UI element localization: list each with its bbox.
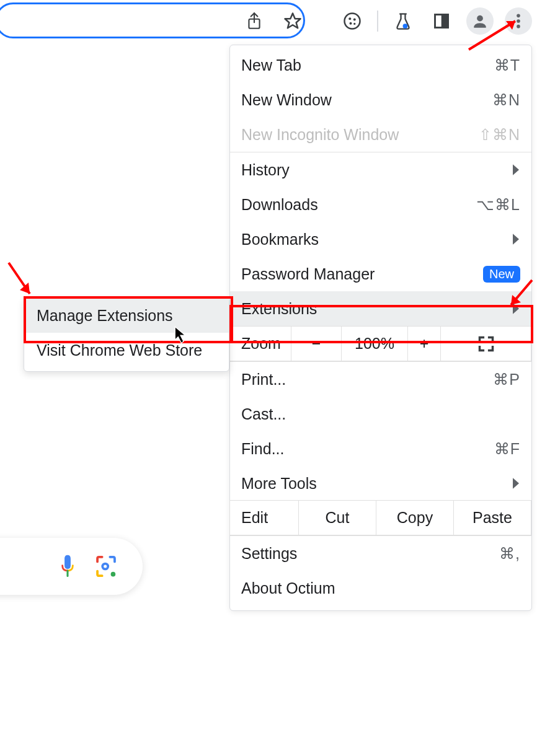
menu-print[interactable]: Print... ⌘P (230, 362, 531, 397)
profile-icon[interactable] (466, 7, 494, 35)
svg-marker-17 (513, 303, 519, 314)
svg-marker-16 (513, 234, 519, 245)
edit-label: Edit (229, 500, 299, 535)
svg-point-21 (104, 565, 107, 568)
menu-zoom-row: Zoom − 100% + (230, 327, 531, 361)
extensions-submenu: Manage Extensions Visit Chrome Web Store (24, 297, 229, 372)
menu-history[interactable]: History (230, 152, 531, 187)
shortcut: ⌘P (493, 371, 520, 389)
menu-label: Cast... (241, 405, 286, 423)
shortcut: ⌘F (494, 440, 520, 458)
svg-point-6 (353, 23, 355, 25)
svg-point-14 (517, 25, 520, 29)
menu-label: About Octium (241, 579, 335, 597)
paste-button[interactable]: Paste (453, 500, 531, 535)
panel-icon[interactable] (428, 7, 455, 35)
submenu-manage-extensions[interactable]: Manage Extensions (24, 298, 229, 333)
menu-new-incognito: New Incognito Window ⇧⌘N (230, 117, 531, 152)
menu-label: Settings (241, 545, 297, 563)
toolbar-icon-group (241, 0, 532, 42)
browser-toolbar (0, 0, 537, 42)
shortcut: ⌘N (492, 91, 520, 109)
menu-cast[interactable]: Cast... (230, 397, 531, 431)
shortcut: ⌘T (494, 56, 520, 74)
share-icon[interactable] (241, 7, 268, 35)
submenu-label: Manage Extensions (37, 307, 173, 325)
menu-about[interactable]: About Octium (230, 571, 531, 605)
svg-point-22 (111, 572, 116, 577)
menu-settings[interactable]: Settings ⌘, (230, 536, 531, 571)
shortcut: ⌘, (499, 545, 520, 563)
more-vert-icon[interactable] (505, 7, 532, 35)
menu-new-window[interactable]: New Window ⌘N (230, 82, 531, 117)
flask-icon[interactable] (389, 7, 417, 35)
new-badge: New (483, 266, 520, 283)
svg-marker-15 (513, 164, 519, 175)
shortcut: ⇧⌘N (479, 126, 520, 144)
menu-right-group: New (483, 266, 520, 283)
menu-bookmarks[interactable]: Bookmarks (230, 222, 531, 257)
chevron-right-icon (512, 477, 520, 490)
svg-point-11 (477, 15, 483, 22)
submenu-visit-store[interactable]: Visit Chrome Web Store (24, 333, 229, 367)
shortcut: ⌥⌘L (476, 196, 520, 214)
zoom-out-button[interactable]: − (291, 326, 342, 361)
chevron-right-icon (512, 164, 520, 176)
svg-marker-1 (285, 14, 301, 29)
menu-new-tab[interactable]: New Tab ⌘T (230, 48, 531, 82)
zoom-label: Zoom (229, 326, 291, 361)
svg-point-2 (345, 14, 360, 29)
copy-button[interactable]: Copy (376, 500, 454, 535)
svg-point-4 (353, 19, 356, 21)
menu-edit-row: Edit Cut Copy Paste (230, 501, 531, 535)
cookie-icon[interactable] (339, 7, 366, 35)
search-bar-fragment[interactable] (0, 538, 143, 595)
svg-point-5 (350, 22, 352, 25)
svg-rect-10 (442, 15, 448, 28)
svg-point-12 (517, 14, 520, 18)
menu-label: Password Manager (241, 265, 375, 283)
star-icon[interactable] (279, 7, 306, 35)
fullscreen-button[interactable] (440, 326, 531, 361)
voice-search-icon[interactable] (57, 553, 78, 579)
menu-more-tools[interactable]: More Tools (230, 466, 531, 501)
svg-line-25 (9, 263, 30, 294)
menu-label: New Incognito Window (241, 126, 399, 144)
submenu-label: Visit Chrome Web Store (37, 341, 202, 359)
zoom-value: 100% (341, 326, 408, 361)
chevron-right-icon (512, 233, 520, 245)
menu-find[interactable]: Find... ⌘F (230, 431, 531, 466)
overflow-menu: New Tab ⌘T New Window ⌘N New Incognito W… (229, 45, 532, 611)
menu-label: Downloads (241, 196, 318, 214)
menu-label: History (241, 161, 290, 179)
zoom-in-button[interactable]: + (407, 326, 441, 361)
menu-password-manager[interactable]: Password Manager New (230, 257, 531, 291)
svg-marker-18 (513, 478, 519, 489)
svg-point-13 (517, 19, 520, 23)
menu-label: More Tools (241, 475, 317, 493)
menu-label: New Window (241, 91, 332, 109)
menu-label: New Tab (241, 56, 301, 74)
toolbar-separator (377, 11, 378, 32)
menu-label: Print... (241, 371, 286, 389)
menu-label: Bookmarks (241, 231, 319, 248)
menu-label: Find... (241, 440, 284, 458)
menu-label: Extensions (241, 300, 317, 318)
lens-search-icon[interactable] (94, 555, 118, 578)
svg-point-8 (403, 24, 408, 29)
svg-marker-26 (20, 283, 30, 294)
chevron-right-icon (512, 302, 520, 315)
cut-button[interactable]: Cut (298, 500, 376, 535)
menu-extensions[interactable]: Extensions (230, 291, 531, 326)
menu-downloads[interactable]: Downloads ⌥⌘L (230, 187, 531, 222)
svg-point-3 (348, 17, 351, 20)
